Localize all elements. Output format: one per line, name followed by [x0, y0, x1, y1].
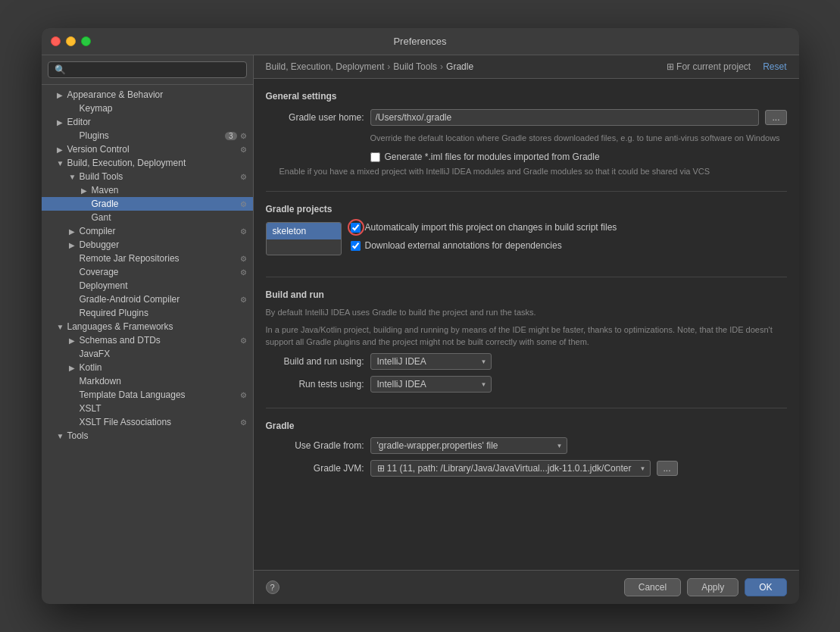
sidebar-item-gant[interactable]: Gant — [42, 211, 253, 224]
search-box — [42, 55, 253, 85]
sidebar-item-appearance-behavior[interactable]: ▶ Appearance & Behavior — [42, 88, 253, 102]
run-tests-using-label: Run tests using: — [266, 379, 364, 390]
sidebar-item-label: Maven — [92, 185, 247, 196]
settings-icon: ⚙ — [240, 200, 247, 208]
sidebar-item-gradle-android[interactable]: Gradle-Android Compiler ⚙ — [42, 293, 253, 306]
sidebar-item-xslt-file-associations[interactable]: XSLT File Associations ⚙ — [42, 415, 253, 429]
generate-iml-checkbox[interactable] — [370, 152, 380, 162]
arrow-icon: ▼ — [69, 173, 78, 181]
build-run-using-row: Build and run using: IntelliJ IDEA Gradl… — [266, 353, 787, 370]
gradle-user-home-input[interactable] — [370, 109, 760, 126]
run-tests-using-row: Run tests using: IntelliJ IDEA Gradle — [266, 376, 787, 393]
settings-icon: ⚙ — [240, 296, 247, 304]
general-settings-section: General settings Gradle user home: ... O… — [266, 91, 787, 192]
run-tests-dropdown[interactable]: IntelliJ IDEA Gradle — [370, 376, 492, 393]
sidebar-item-label: Build Tools — [80, 171, 237, 182]
gradle-projects-section: Gradle projects skeleton Automat — [266, 204, 787, 277]
sidebar-item-kotlin[interactable]: ▶ Kotlin — [42, 361, 253, 374]
auto-import-checkbox[interactable] — [351, 223, 361, 233]
sidebar-item-version-control[interactable]: ▶ Version Control ⚙ — [42, 142, 253, 156]
sidebar-item-label: Required Plugins — [80, 308, 247, 318]
auto-import-row: Automatically import this project on cha… — [351, 222, 787, 236]
breadcrumb-separator: › — [387, 61, 390, 72]
download-annotations-label[interactable]: Download external annotations for depend… — [365, 240, 562, 251]
sidebar-item-template-data[interactable]: Template Data Languages ⚙ — [42, 388, 253, 402]
gradle-user-home-help: Override the default location where Grad… — [370, 133, 787, 142]
arrow-icon: ▶ — [69, 336, 78, 345]
sidebar-item-markdown[interactable]: Markdown — [42, 374, 253, 388]
sidebar-item-xslt[interactable]: XSLT — [42, 402, 253, 415]
sidebar-item-javafx[interactable]: JavaFX — [42, 347, 253, 361]
sidebar-item-label: Gradle-Android Compiler — [80, 294, 237, 305]
project-item[interactable]: skeleton — [267, 223, 341, 239]
sidebar-item-compiler[interactable]: ▶ Compiler ⚙ — [42, 224, 253, 238]
build-run-dropdown[interactable]: IntelliJ IDEA Gradle — [370, 353, 492, 370]
generate-iml-label[interactable]: Generate *.iml files for modules importe… — [385, 152, 600, 162]
cancel-button[interactable]: Cancel — [624, 578, 681, 596]
sidebar-item-languages-frameworks[interactable]: ▼ Languages & Frameworks — [42, 320, 253, 333]
sidebar-item-label: Plugins — [80, 130, 222, 141]
sidebar-item-label: Editor — [67, 117, 247, 127]
sidebar-item-build-tools[interactable]: ▼ Build Tools ⚙ — [42, 170, 253, 183]
settings-icon: ⚙ — [240, 145, 247, 154]
sidebar-item-tools[interactable]: ▼ Tools — [42, 429, 253, 443]
sidebar-item-plugins[interactable]: Plugins 3 ⚙ — [42, 129, 253, 142]
sidebar-item-required-plugins[interactable]: Required Plugins — [42, 306, 253, 320]
arrow-icon: ▼ — [57, 323, 66, 331]
arrow-icon: ▶ — [69, 241, 78, 249]
apply-button[interactable]: Apply — [687, 578, 739, 596]
arrow-icon: ▶ — [57, 91, 66, 99]
sidebar-item-deployment[interactable]: Deployment — [42, 279, 253, 293]
close-button[interactable] — [51, 36, 61, 46]
for-current-label: ⊞ For current project — [667, 61, 751, 72]
help-area: ? — [266, 580, 279, 594]
gradle-jvm-dropdown[interactable]: ⊞ 11 (11, path: /Library/Java/JavaVirtua… — [370, 460, 651, 477]
sidebar-item-label: Appearance & Behavior — [67, 89, 247, 100]
settings-icon: ⚙ — [240, 173, 247, 181]
help-button[interactable]: ? — [266, 580, 279, 594]
gradle-user-home-browse-button[interactable]: ... — [765, 110, 786, 125]
use-gradle-from-dropdown[interactable]: 'gradle-wrapper.properties' file Specifi… — [370, 437, 567, 454]
sidebar-item-editor[interactable]: ▶ Editor — [42, 115, 253, 129]
search-input[interactable] — [48, 61, 247, 78]
arrow-icon: ▶ — [69, 364, 78, 372]
sidebar-item-label: Version Control — [67, 144, 237, 155]
gradle-user-home-label: Gradle user home: — [266, 112, 364, 123]
projects-panel: skeleton Automatically import this proje… — [266, 222, 787, 255]
sidebar-item-debugger[interactable]: ▶ Debugger — [42, 238, 253, 252]
sidebar-item-coverage[interactable]: Coverage ⚙ — [42, 265, 253, 279]
run-tests-dropdown-wrapper: IntelliJ IDEA Gradle — [370, 376, 492, 393]
build-and-run-section: Build and run By default IntelliJ IDEA u… — [266, 289, 787, 408]
settings-icon: ⚙ — [240, 227, 247, 236]
sidebar-item-label: Gant — [92, 212, 247, 223]
sidebar-item-remote-jar[interactable]: Remote Jar Repositories ⚙ — [42, 252, 253, 265]
sidebar-item-build-execution-deployment[interactable]: ▼ Build, Execution, Deployment — [42, 156, 253, 170]
ok-button[interactable]: OK — [745, 578, 786, 596]
download-annotations-checkbox[interactable] — [351, 241, 361, 251]
gradle-jvm-browse-button[interactable]: ... — [657, 461, 678, 476]
arrow-icon: ▶ — [81, 186, 90, 195]
minimize-button[interactable] — [66, 36, 76, 46]
sidebar-item-maven[interactable]: ▶ Maven — [42, 183, 253, 197]
generate-iml-row: Generate *.iml files for modules importe… — [370, 152, 787, 162]
maximize-button[interactable] — [81, 36, 91, 46]
projects-list: skeleton — [266, 222, 342, 255]
auto-import-label[interactable]: Automatically import this project on cha… — [365, 222, 617, 233]
gradle-section: Gradle Use Gradle from: 'gradle-wrapper.… — [266, 421, 787, 477]
auto-import-checkbox-wrapper — [351, 222, 361, 236]
sidebar-item-label: Deployment — [80, 280, 247, 291]
sidebar-item-gradle[interactable]: Gradle ⚙ — [42, 197, 253, 211]
breadcrumb-part-1: Build, Execution, Deployment — [266, 61, 385, 72]
traffic-lights — [51, 36, 91, 46]
sidebar-item-schemas-dtds[interactable]: ▶ Schemas and DTDs ⚙ — [42, 333, 253, 347]
gradle-jvm-dropdown-wrapper: ⊞ 11 (11, path: /Library/Java/JavaVirtua… — [370, 460, 651, 477]
sidebar-item-label: XSLT File Associations — [80, 417, 237, 427]
gradle-section-title: Gradle — [266, 421, 787, 431]
sidebar-item-keymap[interactable]: Keymap — [42, 102, 253, 115]
preferences-window: Preferences ▶ Appearance & Behavior Keym… — [42, 28, 799, 604]
sidebar-item-label: Schemas and DTDs — [80, 335, 237, 346]
reset-button[interactable]: Reset — [763, 61, 786, 72]
use-gradle-from-dropdown-wrapper: 'gradle-wrapper.properties' file Specifi… — [370, 437, 567, 454]
projects-right: Automatically import this project on cha… — [351, 222, 787, 255]
plugins-badge: 3 — [225, 132, 237, 140]
